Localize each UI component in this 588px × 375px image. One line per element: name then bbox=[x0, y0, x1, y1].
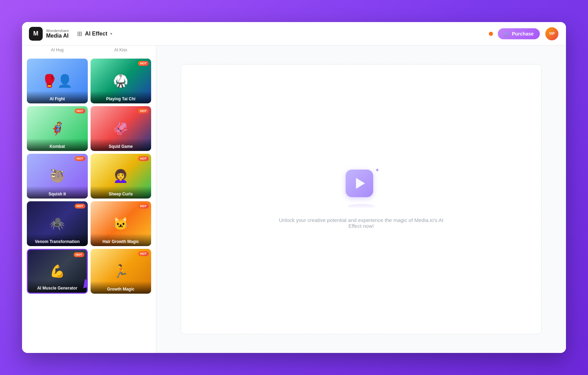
preview-tagline: Unlock your creative potential and exper… bbox=[279, 217, 444, 229]
effect-card-ai-muscle[interactable]: HOT 💪 AI Muscle Generator bbox=[27, 249, 88, 294]
hot-badge-growth-magic: HOT bbox=[138, 251, 149, 256]
sidebar: AI Hug AI Kiss 🥊👤 AI Fight HOT 🥋 Playing… bbox=[22, 45, 156, 353]
preview-inner: ✦ Unlock your creative potential and exp… bbox=[181, 64, 541, 335]
sheep-curls-label: Sheep Curls bbox=[91, 186, 151, 199]
squish-it-label: Squish It bbox=[27, 186, 88, 199]
effect-card-hair-growth[interactable]: HOT 🐱 Hair Growth Magic bbox=[91, 201, 151, 246]
play-icon-container: ✦ bbox=[346, 170, 377, 201]
play-triangle-icon bbox=[356, 178, 365, 189]
vip-badge[interactable]: VIP bbox=[545, 27, 559, 41]
play-reflection bbox=[347, 204, 375, 209]
ai-fight-label: AI Fight bbox=[27, 91, 88, 103]
grid-icon: ⊞ bbox=[77, 30, 82, 38]
effect-card-venom[interactable]: HOT 🕷️ Venom Transformation bbox=[27, 201, 88, 246]
growth-magic-label: Growth Magic bbox=[91, 281, 151, 294]
play-button[interactable] bbox=[346, 170, 373, 197]
purchase-button[interactable]: 🛒 Purchase bbox=[498, 28, 540, 39]
hot-badge-sheep-curls: HOT bbox=[138, 156, 149, 161]
squid-game-label: Squid Game bbox=[91, 139, 151, 151]
effect-card-squish-it[interactable]: HOT 🦥 Squish It bbox=[27, 154, 88, 199]
hot-badge-venom: HOT bbox=[75, 204, 85, 209]
nav-section[interactable]: ⊞ AI Effect ▾ bbox=[77, 30, 112, 38]
nav-title: AI Effect bbox=[85, 31, 107, 37]
hair-growth-label: Hair Growth Magic bbox=[91, 234, 151, 246]
logo-top: Wondershare bbox=[46, 29, 69, 33]
sparkle-icon: ✦ bbox=[375, 167, 379, 173]
header: M Wondershare Media AI ⊞ AI Effect ▾ 🛒 P… bbox=[22, 22, 566, 45]
app-window: M Wondershare Media AI ⊞ AI Effect ▾ 🛒 P… bbox=[22, 22, 566, 353]
muscle-label: AI Muscle Generator bbox=[28, 280, 87, 293]
kombat-label: Kombat bbox=[27, 139, 88, 151]
play-container: ✦ bbox=[346, 170, 377, 209]
cart-icon: 🛒 bbox=[504, 31, 510, 37]
logo-icon: M bbox=[29, 27, 43, 41]
hot-badge-muscle: HOT bbox=[74, 252, 84, 257]
effects-grid: 🥊👤 AI Fight HOT 🥋 Playing Tai Chi HOT 🦸 … bbox=[22, 54, 156, 298]
logo-text: Wondershare Media AI bbox=[46, 29, 69, 39]
effect-card-playing-tai-chi[interactable]: HOT 🥋 Playing Tai Chi bbox=[91, 59, 151, 103]
header-right: 🛒 Purchase VIP bbox=[489, 27, 559, 41]
hot-badge-squish-it: HOT bbox=[75, 156, 85, 161]
hot-badge-kombat: HOT bbox=[75, 109, 85, 113]
effect-card-growth-magic[interactable]: HOT 🏃 Growth Magic bbox=[91, 249, 151, 294]
logo-bottom: Media AI bbox=[46, 33, 69, 39]
effect-card-squid-game[interactable]: HOT 🦑 Squid Game bbox=[91, 106, 151, 151]
section-headers: AI Hug AI Kiss bbox=[22, 45, 156, 54]
chevron-down-icon: ▾ bbox=[110, 31, 112, 36]
status-dot bbox=[489, 32, 493, 36]
hot-badge-tai-chi: HOT bbox=[138, 61, 149, 66]
venom-label: Venom Transformation bbox=[27, 234, 88, 246]
main-content: AI Hug AI Kiss 🥊👤 AI Fight HOT 🥋 Playing… bbox=[22, 45, 566, 353]
effect-card-kombat[interactable]: HOT 🦸 Kombat bbox=[27, 106, 88, 151]
tai-chi-label: Playing Tai Chi bbox=[91, 91, 151, 103]
effect-card-sheep-curls[interactable]: HOT 👩‍🦱 Sheep Curls bbox=[91, 154, 151, 199]
hot-badge-hair-growth: HOT bbox=[138, 204, 149, 209]
preview-area: ✦ Unlock your creative potential and exp… bbox=[156, 45, 566, 353]
section-header-ai-kiss: AI Kiss bbox=[89, 45, 153, 54]
section-header-ai-hug: AI Hug bbox=[25, 45, 89, 54]
logo-area: M Wondershare Media AI bbox=[29, 27, 69, 41]
effect-card-ai-fight[interactable]: 🥊👤 AI Fight bbox=[27, 59, 88, 103]
hot-badge-squid-game: HOT bbox=[138, 109, 149, 113]
